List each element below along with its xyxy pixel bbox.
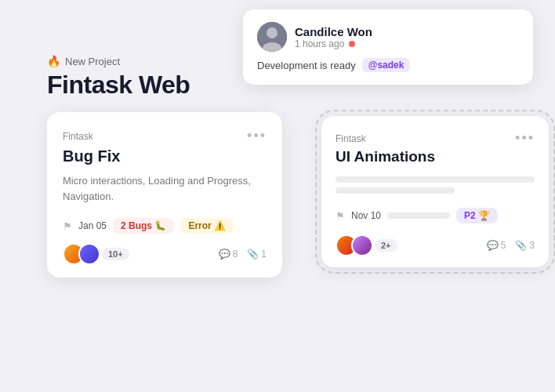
notification-message: Development is ready bbox=[257, 60, 356, 71]
avatar bbox=[257, 22, 287, 52]
task-1-avatar-count: 10+ bbox=[102, 248, 129, 260]
task-1-date-row: ⚑ Jan 05 2 Bugs 🐛 Error ⚠️ bbox=[63, 218, 267, 234]
task-1-comment-count: 8 bbox=[233, 249, 238, 260]
notification-body: Development is ready @sadek bbox=[257, 58, 519, 72]
task-1-description: Micro interactions, Loading and Progress… bbox=[63, 173, 267, 204]
background: Candilce Won 1 hours ago Development is … bbox=[0, 0, 555, 392]
task-card-1-header: Fintask ••• bbox=[63, 128, 267, 144]
task-1-attachment-count: 1 bbox=[261, 249, 267, 260]
task-2-date: Nov 10 bbox=[351, 210, 381, 221]
task-card-2: Fintask ••• UI Animations ⚑ Nov 10 P2 🏆 … bbox=[321, 116, 549, 267]
task-1-project-name: Fintask bbox=[63, 131, 93, 142]
attachment-icon-2: 📎 bbox=[515, 240, 527, 251]
task-1-footer: 10+ 💬 8 📎 1 bbox=[63, 243, 267, 265]
project-label-text: New Project bbox=[65, 56, 120, 67]
avatar-4 bbox=[351, 234, 373, 256]
skeleton-line-2 bbox=[336, 187, 455, 194]
task-2-attachments: 📎 3 bbox=[515, 240, 535, 251]
task-1-more-button[interactable]: ••• bbox=[247, 128, 267, 144]
task-2-more-button[interactable]: ••• bbox=[515, 130, 535, 147]
online-dot bbox=[349, 41, 355, 47]
notification-time: 1 hours ago bbox=[295, 38, 344, 49]
attachment-icon: 📎 bbox=[247, 249, 259, 260]
notification-header: Candilce Won 1 hours ago bbox=[257, 22, 519, 52]
task-2-footer: 2+ 💬 5 📎 3 bbox=[336, 234, 535, 256]
priority-badge[interactable]: P2 🏆 bbox=[456, 208, 498, 223]
task-2-stats: 💬 5 📎 3 bbox=[487, 240, 535, 251]
flag-icon-2: ⚑ bbox=[336, 210, 345, 222]
task-1-bugs-badge[interactable]: 2 Bugs 🐛 bbox=[113, 218, 174, 234]
comment-icon: 💬 bbox=[219, 249, 230, 260]
skeleton-bar bbox=[387, 212, 450, 219]
task-2-attachment-count: 3 bbox=[529, 240, 535, 251]
avatar-2 bbox=[78, 243, 100, 265]
task-1-title: Bug Fix bbox=[63, 147, 267, 165]
task-2-comment-count: 5 bbox=[501, 240, 506, 251]
task-card-1: Fintask ••• Bug Fix Micro interactions, … bbox=[47, 112, 282, 278]
task-2-avatar-stack: 2+ bbox=[336, 234, 397, 256]
notification-meta: Candilce Won 1 hours ago bbox=[295, 25, 372, 49]
task-2-avatar-count: 2+ bbox=[375, 239, 397, 252]
task-2-project-name: Fintask bbox=[336, 133, 366, 144]
comment-icon-2: 💬 bbox=[487, 240, 499, 251]
project-section: 🔥 New Project Fintask Web Fintask ••• Bu… bbox=[47, 55, 282, 278]
task-1-date: Jan 05 bbox=[78, 220, 107, 231]
task-2-title: UI Animations bbox=[336, 148, 535, 165]
flag-icon: ⚑ bbox=[63, 220, 72, 232]
skeleton-line-1 bbox=[336, 176, 535, 183]
task-card-2-header: Fintask ••• bbox=[336, 130, 535, 147]
notification-card: Candilce Won 1 hours ago Development is … bbox=[243, 9, 533, 85]
task-1-attachments: 📎 1 bbox=[247, 249, 267, 260]
task-2-date-row: ⚑ Nov 10 P2 🏆 bbox=[336, 208, 535, 223]
task-1-error-badge[interactable]: Error ⚠️ bbox=[180, 218, 234, 234]
task-1-avatar-stack: 10+ bbox=[63, 243, 129, 265]
task-1-comments: 💬 8 bbox=[219, 249, 238, 260]
task-1-stats: 💬 8 📎 1 bbox=[219, 249, 267, 260]
task-2-comments: 💬 5 bbox=[487, 240, 506, 251]
notification-user-name: Candilce Won bbox=[295, 25, 372, 38]
fire-icon: 🔥 bbox=[47, 55, 60, 67]
svg-point-1 bbox=[267, 27, 278, 38]
mention-badge[interactable]: @sadek bbox=[362, 58, 411, 72]
